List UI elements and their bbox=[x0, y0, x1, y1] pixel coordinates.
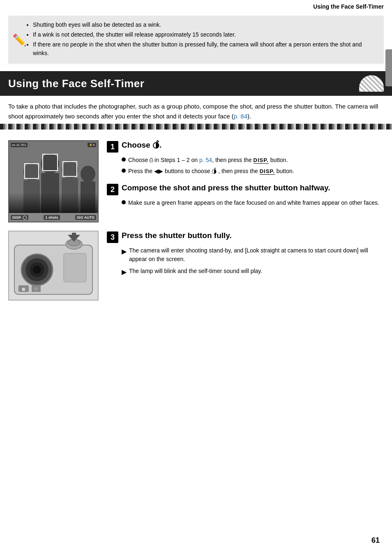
step-1-title: Choose ◑̊. bbox=[122, 140, 161, 150]
step-1-row: ▪▪▪ 4L 551 ⚡A bbox=[8, 140, 384, 222]
step-2-bullet-1: Make sure a green frame appears on the f… bbox=[122, 199, 384, 207]
step-1-bullet-2: Press the ◀▶ buttons to choose ◑̊ , then… bbox=[122, 167, 384, 176]
section-title-icon bbox=[359, 75, 384, 92]
svg-point-21 bbox=[33, 266, 41, 274]
intro-text: To take a photo that includes the photog… bbox=[0, 96, 392, 124]
photo-area: DISP. ◯ 1 shots ISO AUTO bbox=[9, 141, 98, 222]
header-bar: Using the Face Self-Timer bbox=[0, 0, 392, 12]
step-3-title: Press the shutter button fully. bbox=[122, 231, 232, 241]
step-3-arrow-1: ▶ The camera will enter shooting stand-b… bbox=[122, 246, 384, 264]
note-box: ✏️ Shutting both eyes will also be detec… bbox=[8, 16, 384, 64]
arrow-icon-2: ▶ bbox=[122, 267, 127, 277]
section-title-bar: Using the Face Self-Timer bbox=[0, 71, 392, 96]
step-3-image: ▦ ⬡ bbox=[8, 231, 99, 301]
step-3-number: 3 bbox=[107, 231, 118, 243]
step-1-bullet-1: Choose ⎙ in Steps 1 – 2 on p. 54, then p… bbox=[122, 156, 384, 164]
step-2-number: 2 bbox=[107, 184, 118, 195]
note-icon: ✏️ bbox=[12, 33, 27, 46]
lcd-screen: ▪▪▪ 4L 551 ⚡A bbox=[9, 141, 98, 222]
step-2-bullet-1-text: Make sure a green frame appears on the f… bbox=[128, 199, 379, 207]
lcd-disp: DISP. ◯ bbox=[11, 215, 28, 220]
step-3-arrow-1-text: The camera will enter shooting stand-by,… bbox=[129, 246, 384, 264]
step-2-bullets: Make sure a green frame appears on the f… bbox=[122, 199, 384, 207]
step-3-row: ▦ ⬡ 3 Press the shutter button fully. ▶ … bbox=[8, 231, 384, 301]
disp-label-2: DISP. bbox=[260, 168, 275, 175]
step-1-number: 1 bbox=[107, 141, 118, 153]
lcd-badge-right: ⚡A bbox=[88, 143, 96, 147]
note-item-2: If a wink is not detected, the shutter w… bbox=[33, 30, 379, 39]
step-1-bullets: Choose ⎙ in Steps 1 – 2 on p. 54, then p… bbox=[122, 156, 384, 176]
page: Using the Face Self-Timer ✏️ Shutting bo… bbox=[0, 0, 392, 553]
svg-point-7 bbox=[81, 166, 95, 182]
page-number: 61 bbox=[371, 536, 380, 545]
svg-rect-12 bbox=[9, 192, 99, 213]
svg-rect-22 bbox=[64, 253, 86, 282]
step-1-header: 1 Choose ◑̊. bbox=[107, 140, 384, 153]
lcd-bottom-bar: DISP. ◯ 1 shots ISO AUTO bbox=[11, 215, 96, 220]
note-item-1: Shutting both eyes will also be detected… bbox=[33, 21, 379, 29]
svg-text:▦: ▦ bbox=[22, 287, 25, 291]
step-1-text: 1 Choose ◑̊. Choose ⎙ in Steps 1 – 2 on … bbox=[107, 140, 384, 222]
lcd-top-bar: ▪▪▪ 4L 551 ⚡A bbox=[11, 143, 96, 147]
step-3-text: 3 Press the shutter button fully. ▶ The … bbox=[107, 231, 384, 301]
bullet-icon-3 bbox=[122, 200, 126, 204]
note-list: Shutting both eyes will also be detected… bbox=[29, 21, 379, 58]
step-3-arrows: ▶ The camera will enter shooting stand-b… bbox=[122, 246, 384, 277]
step-2-header: 2 Compose the shot and press the shutter… bbox=[107, 183, 384, 195]
bullet-icon bbox=[122, 157, 126, 162]
step-2-section: 2 Compose the shot and press the shutter… bbox=[107, 183, 384, 207]
step-1-bullet-2-text: Press the ◀▶ buttons to choose ◑̊ , then… bbox=[128, 167, 294, 176]
step-1-image: ▪▪▪ 4L 551 ⚡A bbox=[8, 140, 99, 222]
svg-text:⬡: ⬡ bbox=[35, 287, 38, 291]
arrow-icon-1: ▶ bbox=[122, 247, 127, 257]
lcd-iso: ISO AUTO bbox=[75, 215, 96, 220]
svg-rect-17 bbox=[72, 233, 76, 236]
step-2-title: Compose the shot and press the shutter b… bbox=[122, 183, 330, 193]
bullet-icon-2 bbox=[122, 169, 126, 173]
step-1-bullet-1-text: Choose ⎙ in Steps 1 – 2 on p. 54, then p… bbox=[128, 156, 288, 164]
header-title: Using the Face Self-Timer bbox=[313, 3, 384, 10]
lcd-shots: 1 shots bbox=[44, 215, 60, 220]
disp-label-1: DISP. bbox=[254, 157, 269, 164]
step-1-link[interactable]: p. 54 bbox=[199, 157, 212, 163]
page-tab bbox=[385, 49, 392, 86]
step-3-arrow-2-text: The lamp will blink and the self-timer s… bbox=[129, 267, 262, 275]
stripe-divider bbox=[0, 124, 392, 130]
note-item-3: If there are no people in the shot when … bbox=[33, 40, 379, 58]
step-3-arrow-2: ▶ The lamp will blink and the self-timer… bbox=[122, 267, 384, 277]
camera-body-svg: ▦ ⬡ bbox=[10, 233, 97, 298]
intro-link[interactable]: p. 84 bbox=[234, 113, 247, 120]
photo-svg bbox=[9, 141, 99, 213]
section-title: Using the Face Self-Timer bbox=[8, 77, 144, 90]
lcd-badge-left: ▪▪▪ 4L 551 bbox=[11, 143, 28, 147]
step-3-header: 3 Press the shutter button fully. bbox=[107, 231, 384, 243]
content-area: ▪▪▪ 4L 551 ⚡A bbox=[0, 136, 392, 313]
